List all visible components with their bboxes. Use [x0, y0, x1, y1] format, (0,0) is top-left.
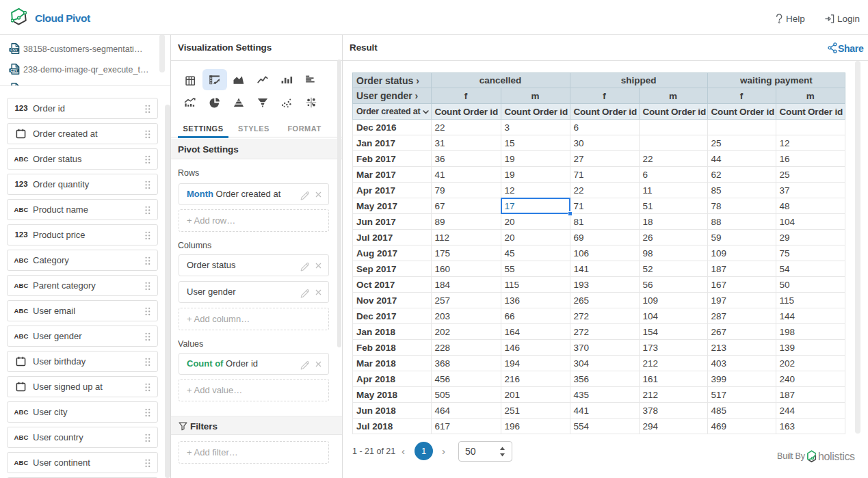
svg-text:CSV: CSV [10, 49, 18, 52]
svg-text:CSV: CSV [10, 69, 18, 72]
